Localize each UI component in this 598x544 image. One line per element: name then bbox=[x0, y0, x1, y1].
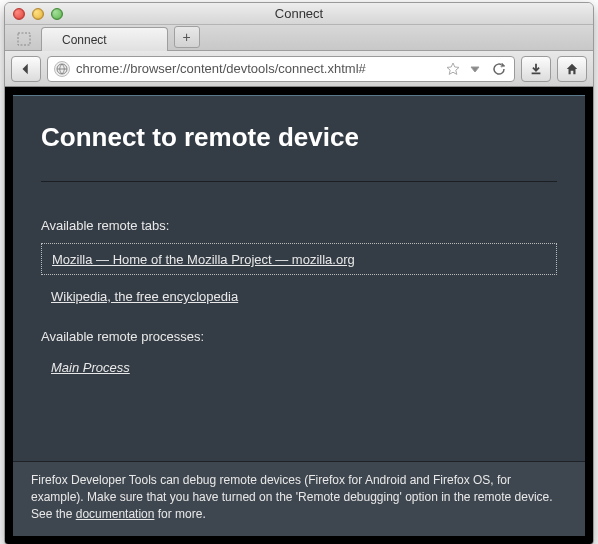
download-icon bbox=[529, 62, 543, 76]
plus-icon: + bbox=[183, 29, 191, 45]
window-title: Connect bbox=[5, 6, 593, 21]
documentation-link[interactable]: documentation bbox=[76, 507, 155, 521]
reload-icon bbox=[492, 62, 506, 76]
zoom-window-button[interactable] bbox=[51, 8, 63, 20]
new-tab-button[interactable]: + bbox=[174, 26, 200, 48]
globe-icon bbox=[54, 61, 70, 77]
minimize-window-button[interactable] bbox=[32, 8, 44, 20]
svg-rect-0 bbox=[18, 33, 30, 45]
traffic-lights bbox=[13, 8, 63, 20]
tab-favicon-placeholder-icon bbox=[13, 28, 35, 50]
navigation-toolbar: chrome://browser/content/devtools/connec… bbox=[5, 51, 593, 87]
home-icon bbox=[565, 62, 579, 76]
remote-processes-label: Available remote processes: bbox=[41, 329, 557, 344]
remote-tab-link[interactable]: Mozilla — Home of the Mozilla Project — … bbox=[52, 252, 355, 267]
url-bar[interactable]: chrome://browser/content/devtools/connec… bbox=[47, 56, 515, 82]
svg-rect-2 bbox=[532, 72, 541, 74]
close-window-button[interactable] bbox=[13, 8, 25, 20]
remote-tab-item[interactable]: Mozilla — Home of the Mozilla Project — … bbox=[41, 243, 557, 275]
home-button[interactable] bbox=[557, 56, 587, 82]
connect-panel: Connect to remote device Available remot… bbox=[13, 95, 585, 536]
back-icon bbox=[19, 62, 33, 76]
tab-connect[interactable]: Connect bbox=[41, 27, 168, 51]
remote-tabs-label: Available remote tabs: bbox=[41, 218, 557, 233]
dropdown-icon[interactable] bbox=[468, 62, 482, 76]
back-button[interactable] bbox=[11, 56, 41, 82]
content-area: Connect to remote device Available remot… bbox=[5, 87, 593, 544]
titlebar: Connect bbox=[5, 3, 593, 25]
footer-note: Firefox Developer Tools can debug remote… bbox=[13, 461, 585, 536]
bookmark-star-icon[interactable] bbox=[446, 62, 460, 76]
url-text: chrome://browser/content/devtools/connec… bbox=[76, 61, 440, 76]
remote-tab-link[interactable]: Wikipedia, the free encyclopedia bbox=[51, 289, 238, 304]
remote-tab-item[interactable]: Wikipedia, the free encyclopedia bbox=[41, 281, 557, 311]
reload-button[interactable] bbox=[490, 60, 508, 78]
tab-label: Connect bbox=[62, 33, 107, 47]
remote-process-link[interactable]: Main Process bbox=[41, 354, 140, 381]
browser-window: Connect Connect + chrome://browser/conte… bbox=[4, 2, 594, 544]
downloads-button[interactable] bbox=[521, 56, 551, 82]
divider bbox=[41, 181, 557, 182]
urlbar-right-controls bbox=[446, 60, 508, 78]
remote-tabs-list: Mozilla — Home of the Mozilla Project — … bbox=[41, 243, 557, 311]
footer-text-post: for more. bbox=[154, 507, 205, 521]
page-heading: Connect to remote device bbox=[41, 122, 557, 153]
tab-bar: Connect + bbox=[5, 25, 593, 51]
